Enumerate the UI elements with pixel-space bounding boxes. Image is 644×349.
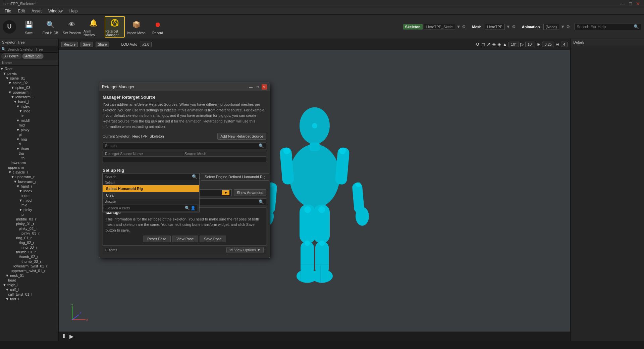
animation-selector[interactable]: Animation (None) ▼ ⚙ bbox=[520, 24, 570, 30]
top-search-box[interactable]: 🔍 bbox=[574, 23, 641, 30]
set-preview-button[interactable]: 👁 Set Preview bbox=[62, 16, 82, 38]
anim-notifies-button[interactable]: 🔔 Anim Notifies bbox=[83, 16, 103, 38]
dropdown-item-clear[interactable]: Clear bbox=[103, 192, 199, 199]
list-item[interactable]: middle_03_r bbox=[0, 217, 58, 221]
vp-icon-7[interactable]: ▷ bbox=[520, 42, 524, 47]
view-options-button[interactable]: 👁 View Options ▼ bbox=[226, 247, 264, 253]
browse-search-icon[interactable]: 🔍 bbox=[185, 206, 190, 210]
list-item[interactable]: ▼ foot_l bbox=[0, 297, 58, 301]
list-item[interactable]: pinky_01_r bbox=[0, 221, 58, 226]
find-in-cb-button[interactable]: 🔍 Find in CB bbox=[40, 16, 60, 38]
list-item[interactable]: in bbox=[0, 113, 58, 118]
list-item[interactable]: pinky_03_r bbox=[0, 231, 58, 236]
list-item[interactable]: mid bbox=[0, 123, 58, 128]
list-item[interactable]: ▼ pelvis bbox=[0, 71, 58, 76]
list-item[interactable]: ▼ hand_l bbox=[0, 99, 58, 104]
list-item[interactable]: lowerarm_twist_01_r bbox=[0, 264, 58, 268]
show-advanced-button[interactable]: Show Advanced bbox=[234, 189, 266, 196]
list-item[interactable]: ▼ neck_01 bbox=[0, 273, 58, 278]
menu-edit[interactable]: Edit bbox=[14, 8, 28, 14]
vp-icon-3[interactable]: ↗ bbox=[487, 42, 491, 47]
list-item[interactable]: ▼ index bbox=[0, 104, 58, 109]
vp-icon-6[interactable]: ▲ bbox=[502, 42, 507, 47]
list-item[interactable]: ri bbox=[0, 142, 58, 146]
list-item[interactable]: ring_03_r bbox=[0, 245, 58, 250]
save-btn[interactable]: Save bbox=[80, 42, 93, 47]
anim-dropdown-icon[interactable]: ▼ bbox=[560, 24, 565, 29]
rig-dropdown-arrow[interactable]: ▼ bbox=[222, 190, 229, 195]
vp-icon-2[interactable]: ◻ bbox=[481, 42, 485, 47]
list-item[interactable]: ▼ spine_03 bbox=[0, 85, 58, 90]
maximize-btn[interactable]: □ bbox=[628, 1, 633, 6]
list-item[interactable]: ▼ upperarm_r bbox=[0, 174, 58, 179]
dropdown-search-input[interactable] bbox=[105, 175, 192, 179]
list-item[interactable]: thumb_01_r bbox=[0, 250, 58, 254]
dialog-close-btn[interactable]: ✕ bbox=[262, 84, 267, 90]
list-item[interactable]: pi bbox=[0, 132, 58, 137]
list-item[interactable]: ▼ spine_02 bbox=[0, 81, 58, 85]
list-item[interactable]: pi bbox=[0, 212, 58, 217]
top-search-input[interactable] bbox=[577, 24, 634, 29]
browse-search-input[interactable] bbox=[106, 206, 185, 210]
dropdown-search-row[interactable]: 🔍 bbox=[103, 173, 199, 180]
list-item[interactable]: ▼ clavicle_r bbox=[0, 170, 58, 174]
list-item[interactable]: ▼ calf_l bbox=[0, 287, 58, 292]
list-item[interactable]: thu bbox=[0, 151, 58, 156]
dropdown-item-humanoid[interactable]: Select Humanoid Rig bbox=[103, 185, 199, 192]
all-bones-tab[interactable]: All Bones bbox=[1, 53, 21, 59]
minimize-btn[interactable]: — bbox=[619, 1, 627, 6]
pause-btn[interactable]: ⏸ bbox=[61, 333, 67, 339]
play-btn[interactable]: ▶ bbox=[69, 333, 73, 340]
list-item[interactable]: ▼ thum bbox=[0, 146, 58, 151]
list-item[interactable]: ▼ ring bbox=[0, 137, 58, 142]
window-controls[interactable]: — □ ✕ bbox=[619, 1, 641, 6]
list-item[interactable]: ▼ middl bbox=[0, 118, 58, 123]
save-button[interactable]: 💾 Save bbox=[19, 16, 39, 38]
anim-settings-icon[interactable]: ⚙ bbox=[566, 24, 570, 29]
list-item[interactable]: pinky_02_r bbox=[0, 226, 58, 231]
menu-asset[interactable]: Asset bbox=[28, 8, 45, 14]
menu-file[interactable]: File bbox=[1, 8, 14, 14]
list-item[interactable]: upperarm_twist_01_r bbox=[0, 268, 58, 273]
list-item[interactable]: ring_02_r bbox=[0, 240, 58, 245]
share-btn[interactable]: Share bbox=[96, 42, 109, 47]
restore-btn[interactable]: Restore bbox=[61, 42, 78, 47]
skeleton-search-input[interactable] bbox=[7, 47, 57, 51]
list-item[interactable]: ring_01_r bbox=[0, 236, 58, 240]
list-item[interactable]: lowerarm bbox=[0, 160, 58, 165]
list-item[interactable]: ▼ upperarm_l bbox=[0, 90, 58, 95]
list-item[interactable]: thumb_03_r bbox=[0, 259, 58, 264]
record-button[interactable]: ⏺ Record bbox=[148, 16, 168, 38]
browse-search-row[interactable]: 🔍 👤 bbox=[104, 205, 198, 211]
bone-tree[interactable]: ▼ Root ▼ pelvis ▼ spine_01 ▼ spine_02 ▼ … bbox=[0, 66, 58, 341]
skeleton-search-box[interactable]: 🔍 bbox=[0, 46, 58, 53]
menu-window[interactable]: Window bbox=[45, 8, 66, 14]
retarget-search-input[interactable] bbox=[105, 144, 259, 148]
vp-icon-8[interactable]: ⊞ bbox=[537, 42, 541, 47]
skeleton-settings-icon[interactable]: ⚙ bbox=[462, 24, 466, 29]
list-item[interactable]: mid bbox=[0, 203, 58, 207]
retarget-manager-button[interactable]: Retarget Manager bbox=[105, 16, 125, 38]
menu-help[interactable]: Help bbox=[66, 8, 81, 14]
list-item[interactable]: thumb_02_r bbox=[0, 254, 58, 259]
close-btn[interactable]: ✕ bbox=[635, 1, 641, 6]
mesh-selector[interactable]: Mesh HeroTPP ▼ ⚙ bbox=[470, 24, 516, 30]
vp-icon-1[interactable]: ⟳ bbox=[476, 42, 480, 47]
list-item[interactable]: ▼ middl bbox=[0, 198, 58, 203]
list-item[interactable]: ▼ pinky bbox=[0, 207, 58, 212]
list-item[interactable]: th bbox=[0, 156, 58, 160]
list-item[interactable]: ▼ pinky bbox=[0, 128, 58, 132]
list-item[interactable]: inde bbox=[0, 193, 58, 198]
dialog-minimize-btn[interactable]: — bbox=[248, 84, 254, 90]
browse-person-icon[interactable]: 👤 bbox=[191, 206, 196, 210]
list-item[interactable]: ▼ Root bbox=[0, 66, 58, 71]
list-item[interactable]: ▼ hand_r bbox=[0, 184, 58, 189]
list-item[interactable]: upperarm bbox=[0, 165, 58, 170]
list-item[interactable]: ▼ spine_01 bbox=[0, 76, 58, 81]
skeleton-selector[interactable]: Skeleton HeroTPP_Skele ▼ ⚙ bbox=[403, 24, 466, 30]
mesh-settings-icon[interactable]: ⚙ bbox=[512, 24, 516, 29]
dialog-maximize-btn[interactable]: □ bbox=[255, 84, 260, 90]
list-item[interactable]: ▼ index bbox=[0, 189, 58, 193]
view-pose-button[interactable]: View Pose bbox=[172, 236, 198, 242]
retarget-search-row[interactable]: 🔍 bbox=[103, 142, 266, 149]
